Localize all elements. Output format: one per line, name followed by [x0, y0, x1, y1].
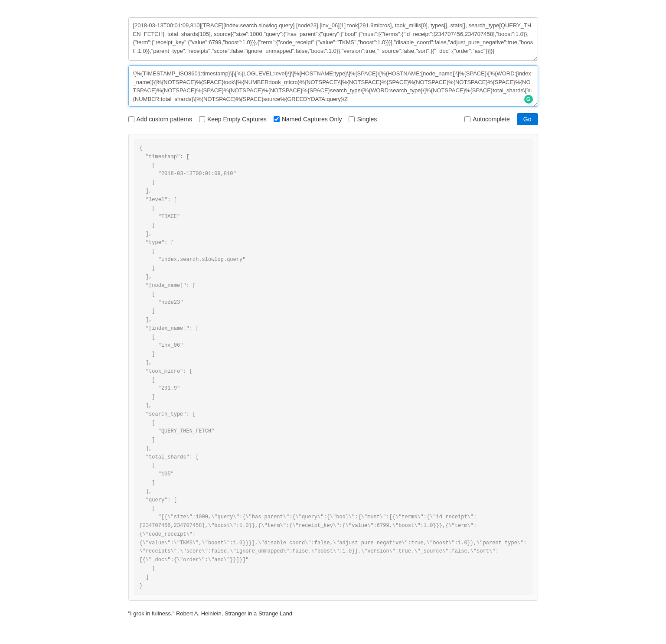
grok-pattern-input[interactable]	[128, 65, 538, 107]
add-custom-patterns-checkbox[interactable]	[128, 116, 134, 122]
singles-label: Singles	[357, 116, 377, 123]
singles-option[interactable]: Singles	[349, 116, 377, 123]
footer-quote: "I grok in fullness." Robert A. Heinlein…	[128, 610, 538, 617]
log-sample-input[interactable]	[128, 17, 538, 61]
named-captures-only-checkbox[interactable]	[274, 116, 280, 122]
add-custom-patterns-option[interactable]: Add custom patterns	[128, 116, 192, 123]
singles-checkbox[interactable]	[349, 116, 355, 122]
autocomplete-label: Autocomplete	[473, 116, 510, 123]
options-row: Add custom patterns Keep Empty Captures …	[128, 113, 538, 125]
named-captures-only-label: Named Captures Only	[282, 116, 342, 123]
output-panel: { "timestamp": [ [ "2018-03-13T00:01:09,…	[128, 134, 538, 601]
autocomplete-checkbox[interactable]	[464, 116, 470, 122]
autocomplete-option[interactable]: Autocomplete	[464, 116, 510, 123]
go-button[interactable]: Go	[517, 113, 538, 125]
add-custom-patterns-label: Add custom patterns	[137, 116, 192, 123]
output-json: { "timestamp": [ [ "2018-03-13T00:01:09,…	[134, 140, 532, 595]
keep-empty-captures-label: Keep Empty Captures	[207, 116, 267, 123]
named-captures-only-option[interactable]: Named Captures Only	[274, 116, 342, 123]
keep-empty-captures-checkbox[interactable]	[199, 116, 205, 122]
keep-empty-captures-option[interactable]: Keep Empty Captures	[199, 116, 267, 123]
